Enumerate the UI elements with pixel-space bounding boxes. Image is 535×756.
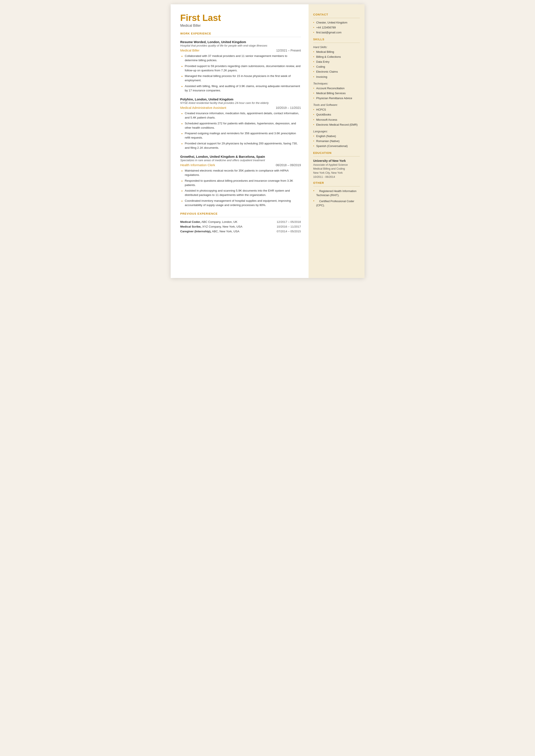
prev-exp-role: Caregiver (Internship), ABC, New York, U…: [180, 230, 239, 233]
prev-exp-role: Medical Scribe, XYZ Company, New York, U…: [180, 225, 242, 228]
edu-location: New York City, New York: [313, 171, 360, 175]
edu-field: Medical Billing and Coding: [313, 167, 360, 171]
tools-label: Tools and Software:: [313, 103, 360, 106]
contact-list: Chester, United Kingdom +44 123456789 fi…: [313, 21, 360, 35]
work-experience-heading: WORK EXPERIENCE: [180, 32, 301, 35]
company-name: Growthsi, London, United Kingdom & Barce…: [180, 155, 265, 158]
edu-school: University of New York: [313, 159, 360, 162]
candidate-title: Medical Biller: [180, 24, 301, 28]
skill-item: Invoicing: [313, 75, 360, 79]
technique-item: Account Reconciliation: [313, 86, 360, 90]
tool-item: Microsoft Access: [313, 118, 360, 122]
bullet-item: Provided support to 59 providers regardi…: [182, 64, 301, 73]
prev-exp-dates: 12/2017 – 05/2018: [277, 220, 301, 223]
prev-exp-row: Medical Coder, ABC Company, London, UK 1…: [180, 220, 301, 223]
company-header: Polyhire, London, United Kingdom: [180, 98, 301, 101]
company-polyhire: Polyhire, London, United Kingdom NYSE-li…: [180, 98, 301, 150]
left-column: First Last Medical Biller WORK EXPERIENC…: [171, 4, 309, 278]
job-bullets: Created insurance information, medicatio…: [180, 111, 301, 150]
bullet-item: Responded to questions about billing pro…: [182, 179, 301, 187]
company-desc: NYSE-listed residential facility that pr…: [180, 101, 301, 104]
prev-exp-row: Caregiver (Internship), ABC, New York, U…: [180, 230, 301, 233]
candidate-name: First Last: [180, 13, 301, 23]
company-desc: Specializes in rare areas of medicine an…: [180, 159, 301, 162]
company-header: Growthsi, London, United Kingdom & Barce…: [180, 155, 301, 159]
techniques-list: Account Reconciliation Medical Billing S…: [313, 86, 360, 100]
technique-item: Medical Billing Services: [313, 91, 360, 95]
skill-item: Billing & Collections: [313, 55, 360, 59]
job-dates: 06/2018 – 09/2019: [276, 163, 301, 167]
right-column: CONTACT Chester, United Kingdom +44 1234…: [309, 4, 365, 278]
contact-divider: [313, 18, 360, 18]
education-divider: [313, 156, 360, 156]
tool-item: HCPCS: [313, 108, 360, 112]
job-title: Medical Biller: [180, 48, 200, 52]
company-name: Polyhire, London, United Kingdom: [180, 98, 234, 101]
languages-list: English (Native) Romanian (Native) Spani…: [313, 134, 360, 148]
education-entry: University of New York Associate of Appl…: [313, 159, 360, 179]
edu-dates: 10/2011 - 06/2014: [313, 175, 360, 179]
skill-item: Medical Billing: [313, 50, 360, 54]
resume-page: First Last Medical Biller WORK EXPERIENC…: [171, 4, 365, 278]
bullet-item: Managed the medical billing process for …: [182, 74, 301, 83]
techniques-label: Techniques:: [313, 82, 360, 85]
bullet-item: Created insurance information, medicatio…: [182, 111, 301, 120]
tools-list: HCPCS QuickBooks Microsoft Access Electr…: [313, 108, 360, 127]
job-bullets: Collaborated with 37 medical providers a…: [180, 54, 301, 93]
company-growthsi: Growthsi, London, United Kingdom & Barce…: [180, 155, 301, 207]
other-heading: OTHER: [313, 181, 360, 184]
other-text: Registered Health Information Technician…: [316, 189, 356, 197]
skill-item: Data Entry: [313, 60, 360, 64]
skills-heading: SKILLS: [313, 38, 360, 41]
bullet-item: Assisted with billing, filing, and audit…: [182, 84, 301, 93]
contact-location: Chester, United Kingdom: [313, 21, 360, 25]
previous-experience-table: Medical Coder, ABC Company, London, UK 1…: [180, 220, 301, 233]
prev-exp-dates: 10/2016 – 11/2017: [277, 225, 301, 228]
bullet-item: Maintained electronic medical records fo…: [182, 169, 301, 177]
company-resume-worded: Resume Worded, London, United Kingdom Ho…: [180, 40, 301, 93]
tool-item: QuickBooks: [313, 113, 360, 117]
language-item: Romanian (Native): [313, 139, 360, 143]
name-section: First Last Medical Biller: [180, 13, 301, 28]
job-title: Health Information Clerk: [180, 163, 215, 167]
language-item: English (Native): [313, 134, 360, 138]
bullet-item: Collaborated with 37 medical providers a…: [182, 54, 301, 63]
contact-heading: CONTACT: [313, 13, 360, 16]
education-heading: EDUCATION: [313, 151, 360, 154]
previous-experience-heading: PREVIOUS EXPERIENCE: [180, 212, 301, 215]
job-title: Medical Administrative Assistant: [180, 106, 226, 109]
skill-item: Coding: [313, 65, 360, 69]
prev-exp-role: Medical Coder, ABC Company, London, UK: [180, 220, 238, 223]
hard-skills-label: Hard Skills:: [313, 45, 360, 49]
other-divider: [313, 186, 360, 186]
company-desc: Hospital that provides quality of life f…: [180, 44, 301, 47]
edu-degree: Associate of Applied Science: [313, 163, 360, 167]
work-experience-divider: [180, 37, 301, 37]
bullet-item: Coordinated inventory management of hosp…: [182, 199, 301, 208]
other-item-1: Registered Health Information Technician…: [313, 189, 360, 197]
job-dates: 12/2021 – Present: [276, 49, 301, 52]
bullet-item: Assisted in photocopying and scanning 5.…: [182, 188, 301, 197]
company-header: Resume Worded, London, United Kingdom: [180, 40, 301, 44]
other-text: Certified Professional Coder (CPC).: [316, 200, 354, 207]
prev-exp-dates: 07/2014 – 05/2015: [277, 230, 301, 233]
tool-item: Electronic Medical Record (EMR): [313, 123, 360, 127]
languages-label: Languages:: [313, 130, 360, 133]
company-name: Resume Worded, London, United Kingdom: [180, 40, 246, 44]
job-row: Medical Biller 12/2021 – Present: [180, 48, 301, 52]
contact-email: first.last@gmail.com: [313, 31, 360, 35]
job-dates: 10/2019 – 11/2021: [276, 106, 301, 109]
technique-item: Physician Remittance Advice: [313, 96, 360, 100]
job-row: Medical Administrative Assistant 10/2019…: [180, 106, 301, 109]
job-row: Health Information Clerk 06/2018 – 09/20…: [180, 163, 301, 167]
other-item-2: Certified Professional Coder (CPC).: [313, 199, 360, 208]
hard-skills-list: Medical Billing Billing & Collections Da…: [313, 50, 360, 79]
prev-exp-row: Medical Scribe, XYZ Company, New York, U…: [180, 225, 301, 228]
job-bullets: Maintained electronic medical records fo…: [180, 169, 301, 207]
bullet-item: Provided clerical support for 29 physici…: [182, 141, 301, 150]
contact-phone: +44 123456789: [313, 26, 360, 30]
bullet-item: Prepared outgoing mailings and reminders…: [182, 131, 301, 140]
bullet-item: Scheduled appointments 272 for patients …: [182, 121, 301, 130]
language-item: Spanish (Conversational): [313, 144, 360, 148]
skill-item: Electronic Claims: [313, 70, 360, 74]
